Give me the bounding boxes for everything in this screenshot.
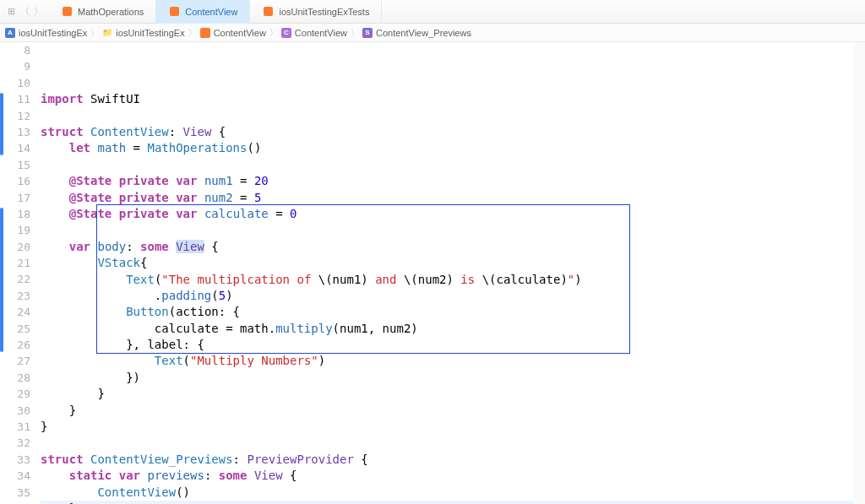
code-line[interactable]: let math = MathOperations() bbox=[41, 140, 865, 156]
breadcrumb-item[interactable]: SContentView_Previews bbox=[362, 28, 471, 38]
code-area[interactable]: import SwiftUIstruct ContentView: View {… bbox=[41, 42, 865, 504]
breadcrumb-separator: 〉 bbox=[269, 27, 278, 39]
breadcrumb-separator: 〉 bbox=[351, 27, 359, 39]
code-line[interactable]: Button(action: { bbox=[41, 304, 865, 320]
code-line[interactable]: } bbox=[41, 403, 865, 419]
tab-iosunittestingextests[interactable]: iosUnitTestingExTests bbox=[250, 0, 382, 24]
tab-label: MathOperations bbox=[78, 7, 144, 17]
s-icon: S bbox=[362, 28, 373, 38]
breadcrumb: AiosUnitTestingEx〉📁iosUnitTestingEx〉Cont… bbox=[0, 24, 865, 42]
line-number: 29 bbox=[3, 386, 30, 402]
breadcrumb-container: AiosUnitTestingEx〉📁iosUnitTestingEx〉Cont… bbox=[5, 27, 471, 39]
line-number: 33 bbox=[3, 452, 30, 468]
line-number: 28 bbox=[3, 370, 30, 386]
code-line[interactable]: @State private var num1 = 20 bbox=[41, 173, 865, 189]
code-line[interactable]: ContentView() bbox=[41, 485, 865, 501]
code-line[interactable]: } bbox=[41, 501, 865, 504]
change-marker bbox=[0, 93, 3, 155]
breadcrumb-label: ContentView bbox=[214, 28, 266, 38]
line-number: 9 bbox=[3, 58, 30, 74]
back-icon[interactable]: 〈 bbox=[19, 6, 30, 18]
line-number: 26 bbox=[3, 337, 30, 353]
line-number: 12 bbox=[3, 108, 30, 124]
code-line[interactable] bbox=[41, 222, 865, 238]
line-number: 31 bbox=[3, 419, 30, 435]
code-editor[interactable]: 8910111213141516171819202122232425262728… bbox=[0, 42, 865, 504]
line-number: 8 bbox=[3, 42, 30, 58]
line-number: 30 bbox=[3, 403, 30, 419]
code-line[interactable]: calculate = math.multiply(num1, num2) bbox=[41, 321, 865, 337]
breadcrumb-separator: 〉 bbox=[188, 27, 197, 39]
breadcrumb-item[interactable]: AiosUnitTestingEx bbox=[5, 28, 87, 38]
app-icon: A bbox=[5, 28, 15, 38]
line-number: 20 bbox=[3, 239, 30, 255]
tab-contentview[interactable]: ContentView bbox=[156, 0, 250, 24]
breadcrumb-item[interactable]: ContentView bbox=[200, 28, 266, 38]
code-line[interactable]: var body: some View { bbox=[41, 239, 865, 255]
breadcrumb-separator: 〉 bbox=[90, 27, 99, 39]
tabs-container: MathOperationsContentViewiosUnitTestingE… bbox=[49, 0, 382, 24]
code-line[interactable]: @State private var calculate = 0 bbox=[41, 206, 865, 222]
line-number: 15 bbox=[3, 157, 30, 173]
change-marker bbox=[0, 208, 3, 352]
line-number: 34 bbox=[3, 468, 30, 484]
code-line[interactable]: import SwiftUI bbox=[41, 91, 865, 107]
forward-icon[interactable]: 〉 bbox=[32, 6, 44, 18]
code-line[interactable]: }, label: { bbox=[41, 337, 865, 353]
line-number-gutter: 8910111213141516171819202122232425262728… bbox=[3, 42, 41, 504]
code-line[interactable]: VStack{ bbox=[41, 255, 865, 271]
line-number: 10 bbox=[3, 75, 30, 91]
breadcrumb-label: ContentView_Previews bbox=[376, 28, 471, 38]
line-number: 17 bbox=[3, 190, 30, 206]
code-line[interactable]: .padding(5) bbox=[41, 288, 865, 304]
line-number: 25 bbox=[3, 321, 30, 337]
code-line[interactable]: struct ContentView_Previews: PreviewProv… bbox=[41, 452, 865, 468]
swift-icon bbox=[200, 28, 210, 38]
line-number: 14 bbox=[3, 140, 30, 156]
code-line[interactable]: } bbox=[41, 386, 865, 402]
breadcrumb-label: iosUnitTestingEx bbox=[116, 28, 184, 38]
line-number: 35 bbox=[3, 485, 30, 501]
line-number: 13 bbox=[3, 124, 30, 140]
line-number: 21 bbox=[3, 255, 30, 271]
code-line[interactable]: Text("Multiply Numbers") bbox=[41, 353, 865, 369]
related-items-icon[interactable]: ⊞ bbox=[5, 6, 17, 18]
line-number: 11 bbox=[3, 91, 30, 107]
breadcrumb-label: ContentView bbox=[295, 28, 347, 38]
scrollbar-track[interactable] bbox=[853, 42, 865, 504]
code-line[interactable]: Text("The multiplcation of \(num1) and \… bbox=[41, 272, 865, 288]
change-marker-gutter bbox=[0, 42, 3, 504]
folder-icon: 📁 bbox=[102, 28, 112, 38]
tab-label: iosUnitTestingExTests bbox=[279, 7, 369, 17]
line-number: 24 bbox=[3, 304, 30, 320]
line-number: 18 bbox=[3, 206, 30, 222]
swift-file-icon bbox=[262, 6, 274, 18]
line-number: 16 bbox=[3, 173, 30, 189]
code-line[interactable]: struct ContentView: View { bbox=[41, 124, 865, 140]
breadcrumb-label: iosUnitTestingEx bbox=[19, 28, 87, 38]
code-line[interactable]: }) bbox=[41, 370, 865, 386]
swift-file-icon bbox=[168, 6, 180, 18]
tab-navigation: ⊞ 〈 〉 bbox=[0, 6, 49, 18]
tab-bar: ⊞ 〈 〉 MathOperationsContentViewiosUnitTe… bbox=[0, 0, 865, 24]
line-number: 27 bbox=[3, 353, 30, 369]
c-icon: C bbox=[281, 28, 291, 38]
tab-mathoperations[interactable]: MathOperations bbox=[49, 0, 156, 24]
breadcrumb-item[interactable]: 📁iosUnitTestingEx bbox=[102, 28, 184, 38]
line-number: 19 bbox=[3, 222, 30, 238]
code-line[interactable]: static var previews: some View { bbox=[41, 468, 865, 484]
swift-file-icon bbox=[61, 6, 73, 18]
code-line[interactable] bbox=[41, 435, 865, 451]
line-number: 32 bbox=[3, 435, 30, 451]
code-line[interactable] bbox=[41, 108, 865, 124]
line-number: 22 bbox=[3, 271, 30, 287]
code-line[interactable]: } bbox=[41, 419, 865, 435]
line-number: 23 bbox=[3, 288, 30, 304]
tab-label: ContentView bbox=[185, 7, 237, 17]
code-line[interactable] bbox=[41, 157, 865, 173]
breadcrumb-item[interactable]: CContentView bbox=[281, 28, 347, 38]
code-line[interactable]: @State private var num2 = 5 bbox=[41, 190, 865, 206]
